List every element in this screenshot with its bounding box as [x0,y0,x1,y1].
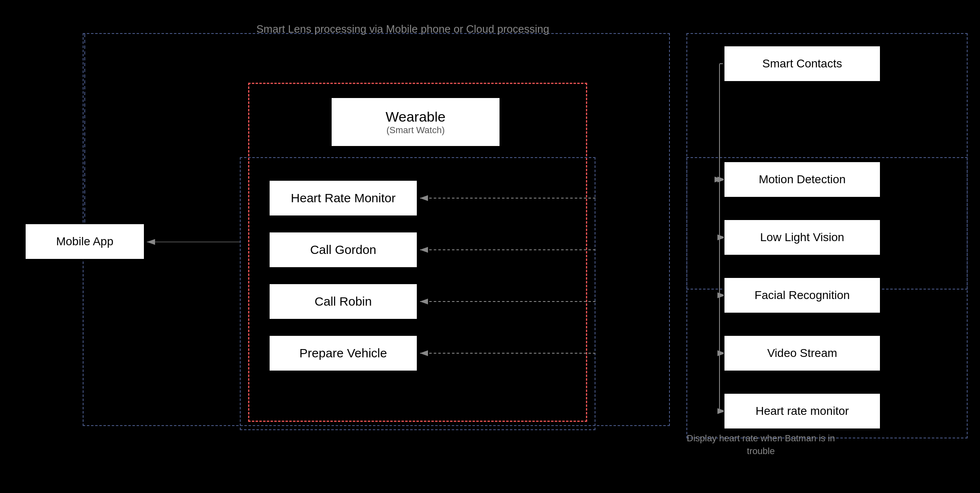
smart-contacts-box: Smart Contacts [724,45,881,82]
prepare-vehicle-box: Prepare Vehicle [269,335,418,371]
heart-rate-monitor-feature-box: Heart rate monitor [724,393,881,429]
heart-rate-monitor-action-box: Heart Rate Monitor [269,180,418,216]
call-gordon-box: Call Gordon [269,232,418,268]
low-light-vision-box: Low Light Vision [724,219,881,256]
smart-contacts-label: Smart Contacts [762,57,842,70]
motion-detection-label: Motion Detection [759,173,846,186]
low-light-vision-label: Low Light Vision [760,231,844,244]
video-stream-box: Video Stream [724,335,881,371]
facial-recognition-box: Facial Recognition [724,277,881,314]
batman-note: Display heart rate when Batman is in tro… [678,432,844,458]
smart-lens-label: Smart Lens processing via Mobile phone o… [256,23,549,36]
wearable-subtitle: (Smart Watch) [387,125,445,136]
call-gordon-label: Call Gordon [310,243,376,257]
heart-rate-monitor-feature-label: Heart rate monitor [755,404,849,418]
wearable-box: Wearable (Smart Watch) [331,97,500,147]
call-robin-label: Call Robin [315,294,372,309]
mobile-app-label: Mobile App [56,235,114,248]
mobile-app-box: Mobile App [25,223,145,260]
motion-detection-box: Motion Detection [724,161,881,198]
diagram-container: Smart Lens processing via Mobile phone o… [0,0,980,493]
prepare-vehicle-label: Prepare Vehicle [299,346,387,360]
video-stream-label: Video Stream [767,347,837,360]
facial-recognition-label: Facial Recognition [755,289,850,302]
call-robin-box: Call Robin [269,283,418,320]
heart-rate-monitor-action-label: Heart Rate Monitor [291,191,395,205]
wearable-title: Wearable [386,109,446,125]
